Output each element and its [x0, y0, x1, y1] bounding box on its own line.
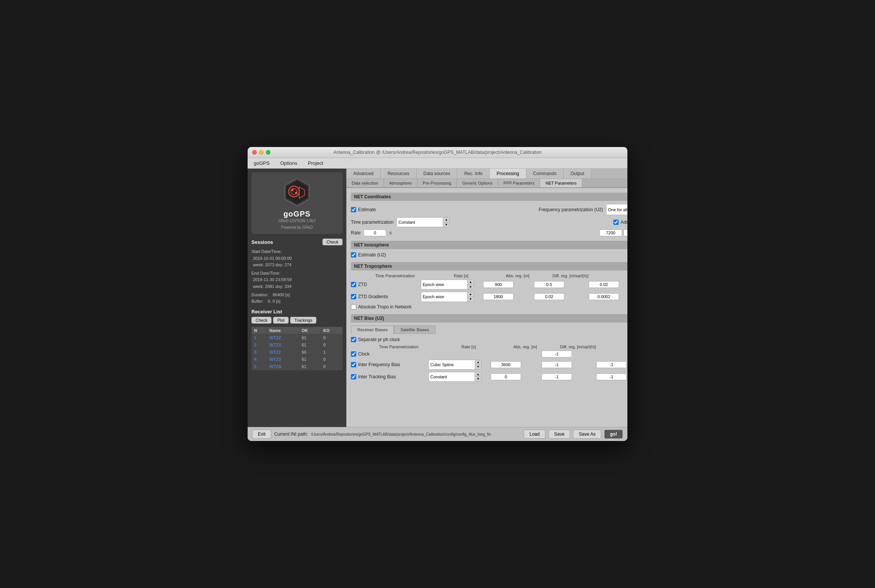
ztd-time-select[interactable]: Epoch wise [421, 280, 467, 289]
menu-project[interactable]: Project [306, 160, 325, 167]
ztd-time-param[interactable]: Epoch wise ▲ ▼ [421, 280, 474, 289]
rec-trackings-button[interactable]: Trackings [290, 317, 316, 324]
tab-processing[interactable]: Processing [490, 169, 526, 179]
ifb-diff[interactable] [596, 361, 627, 368]
tab-net-parameters[interactable]: NET Parameters [540, 179, 582, 187]
rate-input[interactable] [363, 229, 386, 236]
menu-options[interactable]: Options [279, 160, 299, 167]
tab-advanced[interactable]: Advanced [346, 169, 381, 179]
ztd-grad-checkbox[interactable] [351, 294, 356, 299]
itb-time-param[interactable]: Constant ▲ ▼ [428, 372, 482, 382]
add-coord-rate-checkbox[interactable] [613, 220, 619, 225]
ztd-grad-time-param[interactable]: Epoch wise ▲ ▼ [421, 292, 474, 302]
tab-data-sources[interactable]: Data sources [417, 169, 458, 179]
net-troposphere-section: NET Troposphere Time Parametrization Rat… [351, 262, 627, 309]
ifb-abs[interactable] [542, 361, 572, 368]
rate-val2[interactable] [624, 229, 627, 236]
buffer-label: Buffer: [251, 299, 264, 303]
bias-tab-receiver[interactable]: Receiver Biases [351, 326, 394, 334]
time-param-select-input[interactable]: Constant [397, 218, 443, 227]
ztd-grad-time-select[interactable]: Epoch wise [421, 292, 467, 301]
ifb-rate[interactable] [491, 361, 521, 368]
load-button[interactable]: Load [524, 430, 545, 439]
ifb-time-select[interactable]: Cubic Spline [429, 360, 475, 369]
ztd-rate[interactable] [483, 281, 513, 288]
clock-row: Clock [351, 351, 627, 357]
bias-col-abs: Abs. reg. [m] [501, 345, 550, 349]
time-param-down[interactable]: ▼ [443, 223, 449, 227]
freq-select-input[interactable]: One for all [606, 204, 627, 215]
tropo-col-diff: Diff. reg. [m/sqrt(h)] [544, 273, 597, 278]
tab-atmosphere[interactable]: Atmosphere [384, 179, 417, 187]
tab-pre-processing[interactable]: Pre-Processing [417, 179, 457, 187]
close-button[interactable] [252, 150, 257, 155]
ztd-grad-arrows[interactable]: ▲ ▼ [467, 292, 474, 301]
time-param-arrows[interactable]: ▲ ▼ [443, 218, 449, 227]
rate-val1[interactable] [599, 229, 622, 236]
clock-checkbox[interactable] [351, 351, 356, 357]
itb-rate[interactable] [491, 373, 521, 380]
col-name: Name [267, 327, 299, 334]
iono-estimate-label: Estimate (U2) [351, 252, 386, 258]
ztd-down[interactable]: ▼ [468, 285, 474, 289]
itb-row: Inter Tracking Bias Constant ▲ ▼ [351, 372, 627, 382]
ztd-checkbox[interactable] [351, 282, 356, 287]
abs-tropo-checkbox[interactable] [351, 304, 356, 310]
rec-check-button[interactable]: Check [251, 317, 272, 324]
itb-arrows[interactable]: ▲ ▼ [475, 372, 481, 381]
exit-button[interactable]: Exit [252, 430, 271, 439]
ztd-diff[interactable] [589, 281, 619, 288]
ifb-row: Inter Frequency Bias Cubic Spline ▲ ▼ [351, 360, 627, 370]
ifb-arrows[interactable]: ▲ ▼ [475, 360, 481, 369]
freq-select[interactable]: One for all ▲ ▼ [606, 204, 627, 215]
ifb-up[interactable]: ▲ [475, 360, 481, 365]
go-button[interactable]: go! [604, 430, 623, 439]
tab-commands[interactable]: Commands [526, 169, 564, 179]
ztd-grad-diff[interactable] [589, 293, 619, 300]
ztd-grad-abs[interactable] [534, 293, 564, 300]
tab-generic-options[interactable]: Generic Options [457, 179, 498, 187]
itb-diff[interactable] [596, 373, 627, 380]
window-title: Antenna_Calibration @ /Users/Andrea/Repo… [333, 150, 542, 155]
tab-rec-info[interactable]: Rec. Info [457, 169, 490, 179]
ztd-grad-up[interactable]: ▲ [468, 292, 474, 297]
sessions-check-button[interactable]: Check [322, 239, 343, 245]
itb-time-select[interactable]: Constant [429, 372, 475, 381]
itb-down[interactable]: ▼ [475, 377, 481, 381]
itb-up[interactable]: ▲ [475, 372, 481, 377]
bias-headers: Time Parametrization Rate [s] Abs. reg. … [351, 345, 627, 349]
itb-label: Inter Tracking Bias [351, 374, 427, 379]
itb-abs[interactable] [542, 373, 572, 380]
ztd-arrows[interactable]: ▲ ▼ [467, 280, 474, 289]
maximize-button[interactable] [266, 150, 270, 155]
net-coordinates-header: NET Coordinates [351, 193, 627, 201]
save-as-button[interactable]: Save As [573, 430, 601, 439]
rec-plot-button[interactable]: Plot [273, 317, 289, 324]
estimate-checkbox[interactable] [351, 207, 356, 212]
ztd-abs[interactable] [534, 281, 564, 288]
tab-output[interactable]: Output [564, 169, 591, 179]
net-ionosphere-header: NET Ionosphere [351, 241, 627, 249]
bias-tab-satellite[interactable]: Satellite Biases [394, 326, 435, 334]
ifb-checkbox[interactable] [351, 362, 356, 367]
menu-gogps[interactable]: goGPS [252, 160, 271, 167]
iono-estimate-checkbox[interactable] [351, 252, 356, 258]
ztd-row: ZTD Epoch wise ▲ ▼ [351, 280, 627, 289]
clock-abs[interactable] [542, 351, 572, 357]
minimize-button[interactable] [259, 150, 264, 155]
ztd-grad-rate[interactable] [483, 293, 513, 300]
itb-checkbox[interactable] [351, 374, 356, 379]
tab-ppp-parameters[interactable]: PPP Parameters [498, 179, 540, 187]
tab-data-selection[interactable]: Data selection [346, 179, 384, 187]
separate-checkbox[interactable] [351, 337, 356, 342]
time-param-select[interactable]: Constant ▲ ▼ [396, 217, 450, 227]
bottom-bar: Exit Current INI path: /Users/Andrea/Rep… [248, 427, 627, 441]
bias-col-diff: Diff. reg. [m/sqrt(h)] [551, 345, 605, 349]
ifb-down[interactable]: ▼ [475, 365, 481, 369]
ztd-up[interactable]: ▲ [468, 280, 474, 285]
tab-resources[interactable]: Resources [381, 169, 416, 179]
save-button[interactable]: Save [548, 430, 570, 439]
ztd-grad-down[interactable]: ▼ [468, 297, 474, 302]
ifb-time-param[interactable]: Cubic Spline ▲ ▼ [428, 360, 482, 370]
time-param-up[interactable]: ▲ [443, 218, 449, 223]
